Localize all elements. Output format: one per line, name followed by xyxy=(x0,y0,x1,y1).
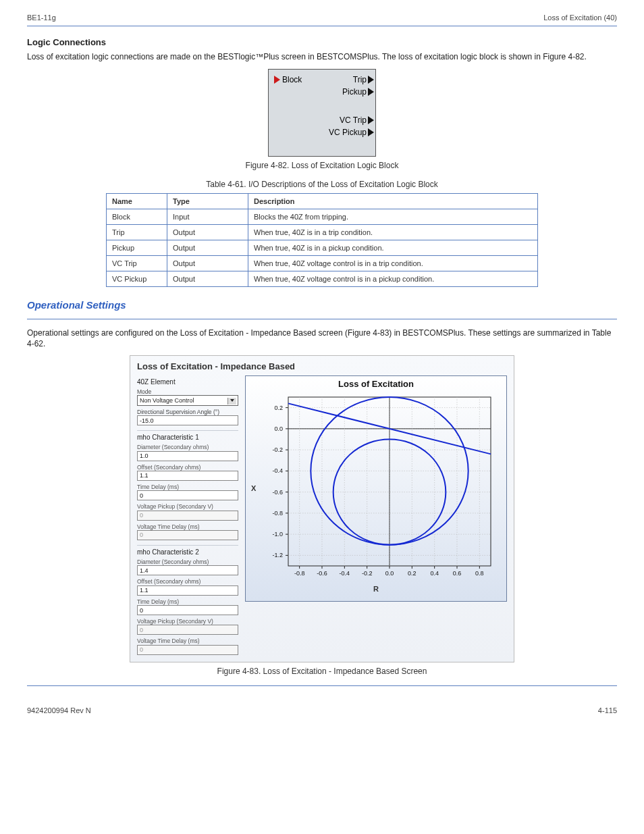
io-col-1: Type xyxy=(167,194,248,209)
mho1-vtd-input[interactable]: 0 xyxy=(137,530,238,540)
chevron-down-icon xyxy=(230,399,234,402)
mho2-td-input[interactable]: 0 xyxy=(137,605,238,615)
vcpickup-output: VC Pickup xyxy=(329,128,374,137)
io-col-0: Name xyxy=(107,194,167,209)
mho2-vp-input[interactable]: 0 xyxy=(137,625,238,635)
mho1-offset-input[interactable]: 1.1 xyxy=(137,471,238,481)
mho2-td-label: Time Delay (ms) xyxy=(137,599,238,605)
mho1-diameter-label: Diameter (Secondary ohms) xyxy=(137,444,238,450)
mho1-vtd-label: Voltage Time Delay (ms) xyxy=(137,524,238,530)
svg-text:0.0: 0.0 xyxy=(385,570,394,577)
pickup-label: Pickup xyxy=(342,87,367,97)
footer-left: 9424200994 Rev N xyxy=(27,706,91,714)
svg-text:-0.4: -0.4 xyxy=(272,467,283,474)
svg-text:0.6: 0.6 xyxy=(453,570,462,577)
svg-text:-0.2: -0.2 xyxy=(272,446,283,453)
vctrip-output: VC Trip xyxy=(340,115,374,125)
mho1-vp-input[interactable]: 0 xyxy=(137,511,238,521)
mho1-offset-label: Offset (Secondary ohms) xyxy=(137,465,238,471)
pickup-triangle-icon xyxy=(368,88,374,96)
x-axis-label: R xyxy=(246,585,506,593)
mode-dropdown-value: Non Voltage Control xyxy=(140,397,194,404)
footer-right: 4-115 xyxy=(598,706,617,714)
svg-text:0.2: 0.2 xyxy=(408,570,417,577)
chart-title: Loss of Excitation xyxy=(246,379,506,389)
io-table-caption: Table 4-61. I/O Descriptions of the Loss… xyxy=(27,180,617,189)
chart-svg: 0.20.0-0.2-0.4-0.6-0.8-1.0-1.2-0.8-0.6-0… xyxy=(251,390,501,586)
table-row: PickupOutputWhen true, 40Z is in a picku… xyxy=(107,240,538,256)
svg-text:-0.8: -0.8 xyxy=(294,570,305,577)
section-rule xyxy=(27,319,617,319)
block-input: Block xyxy=(274,75,302,84)
header-right: Loss of Excitation (40) xyxy=(543,14,617,22)
mho2-offset-input[interactable]: 1.1 xyxy=(137,585,238,596)
block-input-triangle-icon xyxy=(274,76,280,84)
mho1-td-input[interactable]: 0 xyxy=(137,490,238,500)
settings-panel-caption: Figure 4-83. Loss of Excitation - Impeda… xyxy=(27,667,617,676)
mode-dropdown[interactable]: Non Voltage Control xyxy=(137,395,238,406)
operational-settings-para: Operational settings are configured on t… xyxy=(27,328,617,349)
logic-connections-intro: Loss of excitation logic connections are… xyxy=(27,51,617,62)
settings-panel: Loss of Excitation - Impedance Based 40Z… xyxy=(130,355,514,662)
settings-panel-title: Loss of Excitation - Impedance Based xyxy=(137,361,507,371)
block-input-label: Block xyxy=(282,75,302,84)
svg-text:-0.8: -0.8 xyxy=(272,509,283,516)
mho1-diameter-input[interactable]: 1.0 xyxy=(137,451,238,461)
mho1-td-label: Time Delay (ms) xyxy=(137,484,238,490)
svg-text:-1.0: -1.0 xyxy=(272,531,283,538)
mode-label: Mode xyxy=(137,389,238,395)
svg-text:0.8: 0.8 xyxy=(475,570,484,577)
table-row: BlockInputBlocks the 40Z from tripping. xyxy=(107,209,538,225)
svg-text:-0.2: -0.2 xyxy=(362,570,373,577)
mho2-vtd-label: Voltage Time Delay (ms) xyxy=(137,638,238,644)
trip-label: Trip xyxy=(353,75,367,84)
logic-box: Block Trip Pickup VC Trip VC Pickup xyxy=(268,69,376,157)
svg-text:0.2: 0.2 xyxy=(274,404,283,411)
vctrip-triangle-icon xyxy=(368,116,374,124)
io-table: Name Type Description BlockInputBlocks t… xyxy=(106,193,538,287)
header-left: BE1-11g xyxy=(27,14,56,22)
trip-output: Trip xyxy=(353,75,374,84)
operational-settings-heading: Operational Settings xyxy=(27,299,617,311)
trip-triangle-icon xyxy=(368,76,374,84)
svg-text:-0.4: -0.4 xyxy=(340,570,350,577)
mho2-vtd-input[interactable]: 0 xyxy=(137,645,238,655)
logic-connections-title: Logic Connections xyxy=(27,37,617,47)
group-label-40z: 40Z Element xyxy=(137,378,238,386)
table-row: TripOutputWhen true, 40Z is in a trip co… xyxy=(107,225,538,240)
svg-text:0.0: 0.0 xyxy=(274,425,283,432)
loss-of-excitation-chart: Loss of Excitation X 0.20.0-0.2-0.4-0.6-… xyxy=(245,375,507,602)
dir-angle-label: Directional Supervision Angle (°) xyxy=(137,409,238,415)
mho2-diameter-label: Diameter (Secondary ohms) xyxy=(137,559,238,565)
y-axis-label: X xyxy=(251,484,256,492)
svg-text:-0.6: -0.6 xyxy=(272,488,283,495)
mho2-diameter-input[interactable]: 1.4 xyxy=(137,565,238,575)
settings-form: 40Z Element Mode Non Voltage Control Dir… xyxy=(137,375,238,655)
vcpickup-label: VC Pickup xyxy=(329,128,367,137)
svg-text:0.4: 0.4 xyxy=(430,570,439,577)
dir-angle-input[interactable]: -15.0 xyxy=(137,415,238,425)
svg-text:-1.2: -1.2 xyxy=(272,552,283,558)
header-rule xyxy=(27,26,617,26)
logic-block-caption: Figure 4-82. Loss of Excitation Logic Bl… xyxy=(27,161,617,170)
mho2-offset-label: Offset (Secondary ohms) xyxy=(137,579,238,585)
footer-rule xyxy=(27,685,617,686)
mho1-vp-label: Voltage Pickup (Secondary V) xyxy=(137,504,238,510)
mho2-title: mho Characteristic 2 xyxy=(137,548,238,556)
pickup-output: Pickup xyxy=(342,87,374,97)
svg-text:-0.6: -0.6 xyxy=(317,570,327,577)
vctrip-label: VC Trip xyxy=(340,115,367,125)
mho2-vp-label: Voltage Pickup (Secondary V) xyxy=(137,619,238,625)
table-row: VC TripOutputWhen true, 40Z voltage cont… xyxy=(107,256,538,271)
table-row: VC PickupOutputWhen true, 40Z voltage co… xyxy=(107,271,538,287)
logic-block-figure: Block Trip Pickup VC Trip VC Pickup xyxy=(27,69,617,157)
mho1-title: mho Characteristic 1 xyxy=(137,434,238,441)
io-col-2: Description xyxy=(248,194,538,209)
vcpickup-triangle-icon xyxy=(368,128,374,136)
